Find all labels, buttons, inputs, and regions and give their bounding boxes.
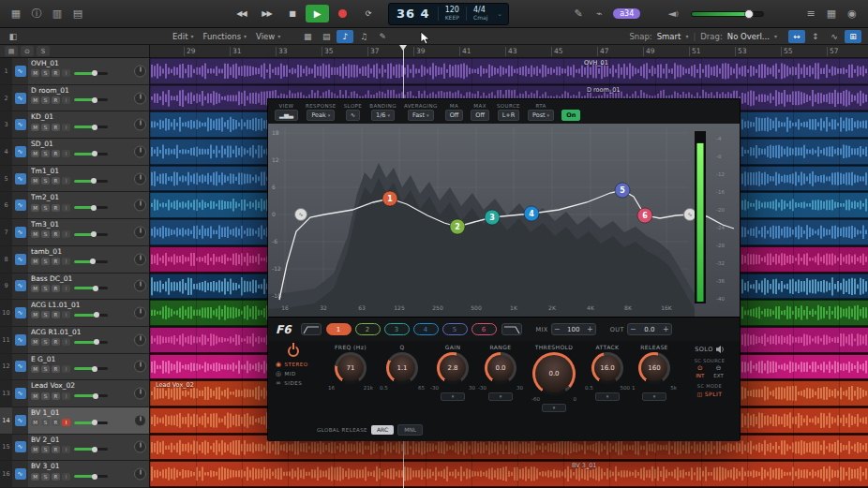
track-row[interactable]: 1∿OVH_01MSRI [0,58,149,85]
pencil-icon[interactable]: ✎ [569,6,588,22]
bar-ruler[interactable]: 293133353739414345474951535557 [150,45,868,58]
pan-knob[interactable] [134,92,146,104]
zoom-v-icon[interactable]: ↕ [807,30,824,43]
input-button[interactable]: I [62,204,70,212]
track-row[interactable]: 4∿SD_01MSRI [0,139,149,166]
band-button-1[interactable]: 1 [326,323,352,335]
input-button[interactable]: I [62,258,70,265]
track-row[interactable]: 9∿Bass DC_01MSRI [0,274,149,301]
stop-button[interactable]: ■ [280,5,304,22]
record-button[interactable]: R [52,177,60,185]
record-button[interactable]: R [52,392,60,400]
threshold-knob[interactable]: 0.0 [532,352,576,395]
record-button[interactable]: R [52,204,60,212]
record-button[interactable] [331,5,354,22]
user-icon[interactable]: ◉ [843,6,861,22]
track-row[interactable]: 8∿tamb_01MSRI [0,246,149,274]
library-icon[interactable]: ▦ [7,6,25,22]
volume-knob[interactable] [92,97,97,103]
auto-zoom-icon[interactable]: ⊞ [845,30,861,43]
f6-plugin-window[interactable]: VIEW▂▅▃RESPONSEPeak▾SLOPE∿BANDING1/6▾AVE… [267,98,741,440]
track-header-body[interactable]: BV 2_01MSRI [28,435,149,461]
track-row[interactable]: 3∿KD_01MSRI [0,111,149,139]
solo-button[interactable]: S [41,419,50,426]
drag-select[interactable]: No Overl... [727,32,770,41]
track-row[interactable]: 13∿Lead Vox_02MSRI [0,380,149,407]
solo-button[interactable]: S [41,258,50,265]
track-header-body[interactable]: Lead Vox_02MSRI [28,380,149,407]
volume-knob[interactable] [93,286,98,291]
record-button[interactable]: R [52,230,60,238]
knob-stepper[interactable]: ▾ [642,392,666,401]
pencil-icon[interactable]: ✎ [374,30,391,43]
track-header-body[interactable]: OVH_01MSRI [28,58,149,84]
track-row[interactable]: 15∿BV 2_01MSRI [0,435,149,462]
input-button[interactable]: I [62,285,70,292]
track-header-body[interactable]: Bass DC_01MSRI [28,274,149,300]
mixer-icon[interactable]: ▥ [48,6,67,22]
volume-knob[interactable] [92,474,97,480]
solo-button[interactable]: S [41,285,50,292]
mute-button[interactable]: M [31,150,39,157]
track-header-body[interactable]: SD_01MSRI [28,139,149,165]
pan-knob[interactable] [134,226,146,238]
mute-button[interactable]: M [31,124,39,131]
menu-view[interactable]: View▾ [251,32,285,41]
solo-button[interactable]: S [41,392,50,400]
track-row[interactable]: 16∿BV 3_01MSRI [0,461,149,488]
midi-in-icon[interactable]: ♪ [337,30,353,43]
mute-button[interactable]: M [31,285,39,292]
speaker-icon[interactable]: ◄) [664,6,682,22]
mute-button[interactable]: M [31,473,39,481]
arc-button[interactable]: ARC [371,425,394,435]
mute-button[interactable]: M [31,365,39,373]
pan-knob[interactable] [134,253,146,265]
volume-slider[interactable] [74,153,108,155]
input-button[interactable]: I [62,96,70,104]
volume-slider[interactable] [74,314,108,317]
volume-knob[interactable] [91,205,97,211]
input-button[interactable]: I [62,419,70,426]
record-button[interactable]: R [52,285,60,292]
banding-control[interactable]: 1/6▾ [371,110,395,121]
volume-knob[interactable] [92,366,97,372]
on-control[interactable]: On [561,110,580,121]
play-button[interactable]: ▶ [306,5,329,22]
knob-stepper[interactable]: ▾ [441,392,465,401]
track-header-body[interactable]: ACG L1.01_01MSRI [28,300,149,326]
volume-slider[interactable] [74,367,108,370]
volume-knob[interactable] [92,125,97,130]
pan-knob[interactable] [134,441,146,453]
volume-slider[interactable] [74,260,108,263]
rewind-button[interactable]: ◀◀ [230,5,253,22]
mix-value[interactable]: 100 [562,326,585,333]
score-icon[interactable]: ♫ [355,30,372,43]
solo-button[interactable]: S [41,150,50,157]
lcd-display[interactable]: 36 4 120 KEEP 4/4 Cmaj ⌄ [388,3,509,25]
tuner-icon[interactable]: ⌁ [590,6,608,22]
sc-source-int-button[interactable]: ⊙ INT [696,364,704,378]
latency-badge[interactable]: a34 [613,8,640,19]
channel-mode-stereo[interactable]: ◉STEREO [276,361,315,368]
solo-button[interactable]: S [41,446,50,453]
volume-knob[interactable] [92,151,97,156]
knob-stepper[interactable]: ▾ [488,392,513,401]
zoom-h-icon[interactable]: ↔ [788,30,805,43]
q-knob[interactable]: 1.1 [386,352,418,384]
band-button-3[interactable]: 3 [384,323,410,335]
freq-knob[interactable]: 71 [335,352,367,384]
volume-knob[interactable] [91,178,97,184]
max-control[interactable]: Off [471,110,489,121]
track-row[interactable]: 11∿ACG R1.01_01MSRI [0,327,149,354]
record-button[interactable]: R [52,338,60,346]
mute-button[interactable]: M [31,96,39,104]
out-minus-button[interactable]: − [628,324,638,334]
range-knob[interactable]: 0.0 [485,352,516,384]
highpass-shape-button[interactable] [301,323,322,335]
pan-knob[interactable] [134,200,146,212]
volume-knob[interactable] [93,393,98,399]
waveform-zoom-icon[interactable]: ∿ [826,30,843,43]
track-row[interactable]: 5∿Tm1_01MSRI [0,166,149,193]
master-volume-knob[interactable] [744,9,754,19]
input-button[interactable]: I [62,230,70,238]
